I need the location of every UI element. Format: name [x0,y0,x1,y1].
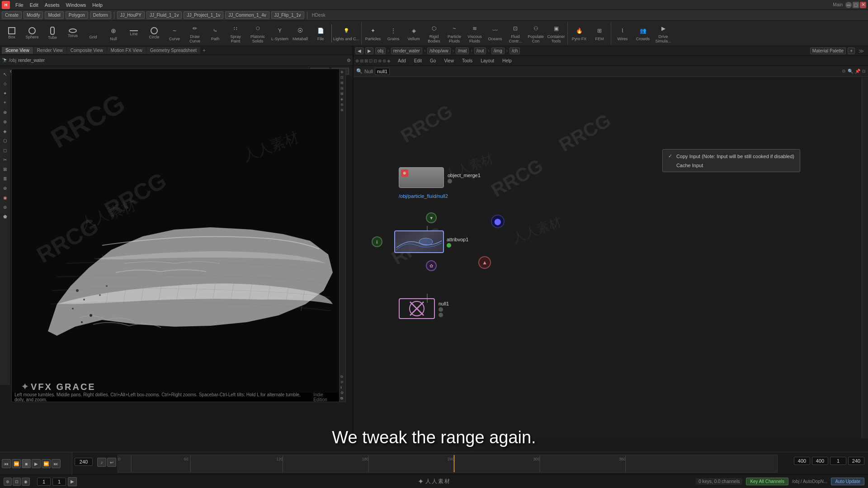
vp-settings-2[interactable]: ⚙ [340,391,345,395]
polygon-btn[interactable]: Polygon [66,11,88,19]
status-tool-2[interactable]: ⊡ [13,478,21,486]
jj-flip-btn[interactable]: JJ_Flip_1_1v [271,11,304,19]
tool-3[interactable]: ⌖ [0,98,9,107]
vp-tool-5[interactable]: ⊠ [340,92,345,96]
icon-1[interactable]: ⊕ [355,58,359,63]
icon-6[interactable]: ⊛ [378,58,382,63]
nav-img[interactable]: /img [491,47,505,54]
icon-8[interactable]: ◈ [387,58,391,63]
shelf-curve[interactable]: ~ Curve [165,22,184,45]
node-object-merge1[interactable]: ⊕ object_merge1 /obj/particle_fluid/null… [399,167,481,188]
3d-viewport[interactable]: RRCG RRCG RRCG 人人素材 人人素材 [11,69,346,402]
ctx-copy-input[interactable]: ✓ Copy Input (Note: Input will be still … [663,151,800,161]
tool-5[interactable]: ⊗ [0,117,9,126]
icon-4[interactable]: ⊡ [369,58,373,63]
jj-houpy-btn[interactable]: JJ_HouPY [117,11,145,19]
shelf-spray[interactable]: ∷ Spray Paint [226,22,245,45]
tool-11[interactable]: ≣ [0,174,9,183]
tab-geo-spreadsheet[interactable]: Geometry Spreadsheet [146,47,200,54]
status-tool-3[interactable]: ◉ [22,478,30,486]
nav-forward-btn[interactable]: ▶ [365,47,373,54]
tab-motion-fx[interactable]: Motion FX View [107,47,146,54]
radial-left[interactable]: ℹ [372,236,382,247]
tool-8[interactable]: ◻ [0,145,9,155]
radial-bottom-right[interactable]: ▲ [478,256,491,269]
crowds-btn[interactable]: 👥Crowds [633,22,653,45]
tool-7[interactable]: ⬡ [0,136,9,145]
grains-btn[interactable]: ⋮Grains [383,22,403,45]
close-btn[interactable]: ✕ [860,2,866,8]
node-add-btn[interactable]: Add [395,58,409,64]
collapse-btn[interactable]: ≫ [857,48,866,54]
tool-4[interactable]: ⊕ [0,108,9,117]
nav-obj[interactable]: obj [375,47,386,54]
tool-2[interactable]: ✦ [0,89,9,98]
modify-btn[interactable]: Modify [24,11,43,19]
settings-btn[interactable]: ⚙ [347,58,351,63]
loop-btn[interactable]: ↩ [107,458,116,467]
vp-tool-2[interactable]: ⊡ [340,75,345,80]
play-btn[interactable]: ▶ [32,459,41,468]
tool-select[interactable]: ↖ [0,70,9,79]
populate-con-btn[interactable]: ⚇Populate Con [526,22,546,45]
icon-5[interactable]: ⊟ [373,58,377,63]
tool-render[interactable]: ◉ [0,193,9,202]
shelf-line[interactable]: Line [124,22,144,45]
step-back-btn[interactable]: ⏪ [12,459,21,468]
status-frame-2[interactable]: 1 [52,478,66,486]
shelf-metaball[interactable]: ⦿ Metaball [290,22,310,45]
key-all-channels-btn[interactable]: Key All Channels [746,478,788,485]
shelf-null[interactable]: ⊕ Null [104,22,123,45]
nav-shop-ww[interactable]: /shop/ww [427,47,451,54]
tab-composite-view[interactable]: Composite View [67,47,107,54]
shelf-torus[interactable]: Torus [63,22,83,45]
icon-7[interactable]: ⊚ [382,58,386,63]
shelf-grid[interactable]: Grid [83,22,103,45]
shelf-box[interactable]: Box [2,22,22,45]
nav-out[interactable]: /out [474,47,486,54]
end-frame[interactable]: 240 [848,457,864,465]
menu-help[interactable]: Help [90,1,105,9]
start-frame[interactable]: 1 [830,457,846,465]
node-go-btn[interactable]: Go [427,58,439,64]
vp-tool-6[interactable]: ◈ [340,97,345,102]
nav-ch[interactable]: /ch [509,47,520,54]
tab-render-view[interactable]: Render View [33,47,66,54]
model-btn[interactable]: Model [45,11,63,19]
vp-tool-10[interactable]: ⊘ [340,380,345,385]
range-end[interactable]: 400 [812,457,828,465]
null-search-btn[interactable]: 🔍 [848,69,853,74]
vp-tool-3[interactable]: ⊞ [340,81,345,85]
shelf-sphere[interactable]: Sphere [22,22,42,45]
fem-btn[interactable]: ⊞FEM [590,22,609,45]
add-panel-btn[interactable]: + [201,47,208,55]
particles-btn[interactable]: ✦Particles [363,22,383,45]
jj-project-btn[interactable]: JJ_Project_1_1v [184,11,223,19]
shelf-draw-curve[interactable]: ✏ Draw Curve [185,22,205,45]
particle-fluids-btn[interactable]: ~Particle Fluids [444,22,464,45]
tool-15[interactable]: ⬟ [0,212,9,221]
status-play-btn[interactable]: ▶ [68,477,77,486]
vp-tool-7[interactable]: ⊛ [340,103,345,107]
go-end-btn[interactable]: ⏭ [52,459,61,468]
node-tools-btn[interactable]: Tools [459,58,475,64]
null-pin[interactable]: 📌 [855,69,860,74]
node-layout-btn[interactable]: Layout [478,58,497,64]
status-tool-1[interactable]: ⊕ [4,478,12,486]
tab-scene-view[interactable]: Scene View [2,47,33,54]
step-fwd-btn[interactable]: ⏩ [42,459,51,468]
viscous-fluids-btn[interactable]: ≋Viscous Fluids [465,22,485,45]
tool-9[interactable]: ✂ [0,155,9,164]
current-frame-display[interactable]: 240 [75,458,93,466]
rigid-bodies-btn[interactable]: ⬡Rigid Bodies [424,22,444,45]
vp-info[interactable]: ℹ [340,385,345,390]
icon-3[interactable]: ⊠ [364,58,368,63]
shelf-path[interactable]: ⤷ Path [205,22,225,45]
node-editor-canvas[interactable]: RRCG RRCG RRCG RRCG 人人素材 人人素材 ⊕ [354,77,868,438]
status-frame-1[interactable]: 1 [37,478,51,486]
radial-top-left[interactable]: ▼ [426,212,437,223]
auto-update-btn[interactable]: Auto Update [831,478,864,485]
node-attribvop1[interactable]: ℹ ▼ ⬤ ✿ ▲ [394,230,468,253]
node-edit-btn[interactable]: Edit [411,58,425,64]
obj-path[interactable]: /obj [9,58,16,63]
